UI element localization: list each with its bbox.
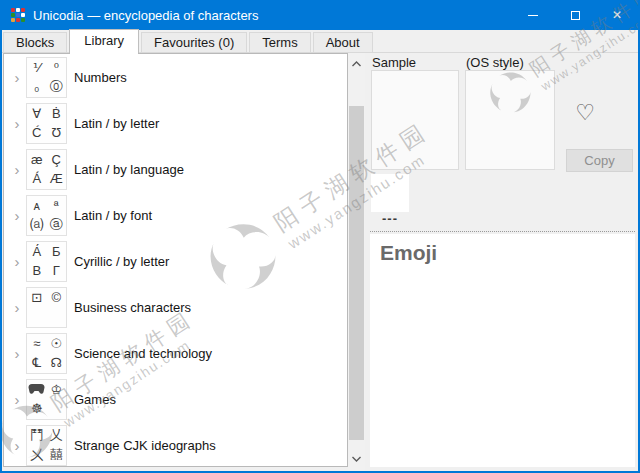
tab-favourites[interactable]: Favourites (0): [141, 32, 247, 53]
expand-chevron-icon[interactable]: ›: [4, 346, 26, 361]
tree-item-numbers[interactable]: › ⅟⁰ ₀⓪ Numbers: [4, 54, 347, 100]
tree-item-label: Business characters: [74, 300, 191, 315]
scroll-up-icon[interactable]: [348, 55, 365, 72]
tree-item-latin-by-font[interactable]: › ᴀª ⒜ⓐ Latin / by font: [4, 192, 347, 238]
tab-terms[interactable]: Terms: [249, 32, 310, 53]
expand-chevron-icon[interactable]: ›: [4, 70, 26, 85]
minimize-button[interactable]: [512, 0, 554, 30]
category-glyph-box: А́Б ВГ: [26, 241, 67, 282]
tree-item-label: Strange CJK ideographs: [74, 438, 216, 453]
heart-icon: ♡: [575, 100, 595, 126]
gamepad-icon: [27, 380, 47, 400]
block-heading: Emoji: [380, 241, 625, 265]
category-glyph-box: æÇ ÁÆ: [26, 149, 67, 190]
maximize-button[interactable]: [554, 0, 596, 30]
tree-item-label: Latin / by letter: [74, 116, 159, 131]
app-logo-icon: [11, 8, 25, 22]
copy-button[interactable]: Copy: [566, 149, 633, 172]
tree-item-latin-by-language[interactable]: › æÇ ÁÆ Latin / by language: [4, 146, 347, 192]
app-window: Unicodia — encyclopedia of characters ✕ …: [0, 0, 640, 473]
window-title: Unicodia — encyclopedia of characters: [33, 8, 512, 23]
sample-preview-box: [371, 70, 459, 170]
tab-bar: Blocks Library Favourites (0) Terms Abou…: [2, 30, 638, 53]
tree-item-cyrillic-by-letter[interactable]: › А́Б ВГ Cyrillic / by letter: [4, 238, 347, 284]
tree-item-games[interactable]: › ♔ ☸ Games: [4, 376, 347, 422]
expand-chevron-icon[interactable]: ›: [4, 208, 26, 223]
category-glyph-box: ♔ ☸: [26, 379, 67, 420]
tree-item-label: Cyrillic / by letter: [74, 254, 169, 269]
tree-item-business-characters[interactable]: › ⊡© Business characters: [4, 284, 347, 330]
tree-scrollbar[interactable]: [348, 53, 365, 471]
category-glyph-box: 鬥乂 㐅囍: [26, 425, 67, 466]
character-code-placeholder: ---: [382, 211, 398, 226]
category-glyph-box: ⅟⁰ ₀⓪: [26, 57, 67, 98]
tab-about[interactable]: About: [313, 32, 373, 53]
close-icon: ✕: [612, 8, 622, 22]
expand-chevron-icon[interactable]: ›: [4, 438, 26, 453]
dotted-separator: [370, 231, 635, 232]
category-glyph-box: ∀Ḃ ĆƱ: [26, 103, 67, 144]
category-glyph-box: ᴀª ⒜ⓐ: [26, 195, 67, 236]
detail-panel: Sample (OS style) ♡ Copy --- Emoji: [365, 53, 638, 471]
tree-item-label: Latin / by language: [74, 162, 184, 177]
description-panel[interactable]: Emoji: [370, 234, 635, 467]
os-style-label: (OS style): [466, 55, 524, 70]
tree-item-science-technology[interactable]: › ≈☉ ℄☊ Science and technology: [4, 330, 347, 376]
expand-chevron-icon[interactable]: ›: [4, 300, 26, 315]
tab-library[interactable]: Library: [69, 29, 139, 53]
minimize-icon: [528, 15, 538, 16]
tree-item-label: Numbers: [74, 70, 127, 85]
close-button[interactable]: ✕: [596, 0, 638, 30]
tab-blocks[interactable]: Blocks: [3, 32, 67, 53]
category-glyph-box: ⊡©: [26, 287, 67, 328]
tree-item-label: Games: [74, 392, 116, 407]
tree-item-latin-by-letter[interactable]: › ∀Ḃ ĆƱ Latin / by letter: [4, 100, 347, 146]
tree-item-label: Science and technology: [74, 346, 212, 361]
expand-chevron-icon[interactable]: ›: [4, 162, 26, 177]
category-glyph-box: ≈☉ ℄☊: [26, 333, 67, 374]
title-bar[interactable]: Unicodia — encyclopedia of characters ✕: [2, 0, 638, 30]
category-tree: › ⅟⁰ ₀⓪ Numbers › ∀Ḃ ĆƱ Latin / by lette…: [3, 53, 348, 467]
tree-item-strange-cjk[interactable]: › 鬥乂 㐅囍 Strange CJK ideographs: [4, 422, 347, 467]
os-style-preview-box: [465, 70, 555, 170]
expand-chevron-icon[interactable]: ›: [4, 392, 26, 407]
scrollbar-thumb[interactable]: [349, 106, 364, 440]
sample-label: Sample: [372, 55, 416, 70]
favourite-button[interactable]: ♡: [569, 97, 601, 129]
tree-item-label: Latin / by font: [74, 208, 152, 223]
expand-chevron-icon[interactable]: ›: [4, 116, 26, 131]
maximize-icon: [571, 11, 580, 20]
scroll-down-icon[interactable]: [348, 450, 365, 467]
expand-chevron-icon[interactable]: ›: [4, 254, 26, 269]
selected-character-cell[interactable]: [371, 174, 409, 212]
